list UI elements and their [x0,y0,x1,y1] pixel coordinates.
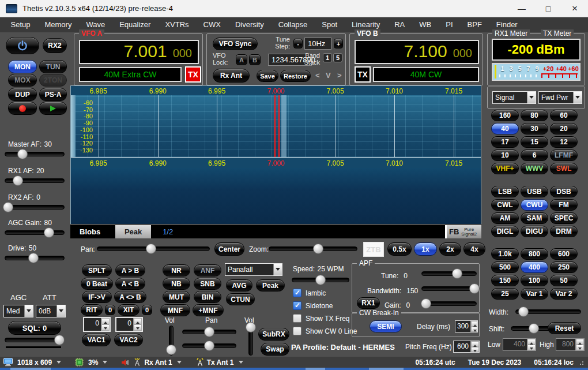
filter-250-button[interactable]: 250 [550,261,578,273]
ps-a-button[interactable]: PS-A [39,88,67,101]
menu-diversity[interactable]: Diversity [228,17,271,32]
tx-meter-arrow-icon[interactable] [573,92,582,103]
spectrum-plot[interactable]: -60 -70 -80 -90 -100 -110 -120 -130 [71,95,481,158]
rx1-vol-slider[interactable] [166,326,176,356]
filter-500-button[interactable]: 500 [491,261,519,273]
vac1-button[interactable]: VAC1 [82,334,111,346]
nb-button[interactable]: NB [163,278,190,290]
pan-slider[interactable] [97,244,210,254]
shift-reset-button[interactable]: Reset [548,322,581,334]
iambic-checkbox[interactable] [293,289,301,297]
sub-pan-slider[interactable] [182,341,236,351]
master-af-slider[interactable] [5,149,65,159]
nav-v-button[interactable]: V [326,71,331,80]
pitch-freq-spinner[interactable]: 600 [453,341,480,353]
rx1-pan-slider[interactable] [182,327,236,337]
mon-button[interactable]: MON [8,60,37,73]
xit-button[interactable]: XIT [118,304,140,316]
sub-pan-knob[interactable] [204,341,214,351]
drive-knob[interactable] [28,253,39,263]
two-tone-button[interactable]: 2TON [39,74,67,87]
apf-gain-slider[interactable] [421,298,477,309]
menu-pi[interactable]: PI [439,17,460,32]
sidetone-checkbox[interactable] [293,301,301,310]
display-mode-arrow-icon[interactable] [273,264,282,275]
nav-left-button[interactable]: < [315,71,320,80]
resolution-dropdown-icon[interactable] [56,361,61,366]
cpu-dropdown-icon[interactable] [103,361,107,366]
apf-bandwidth-slider[interactable] [421,283,477,294]
swap-button[interactable]: Swap [261,343,289,356]
filter-high-spinner[interactable]: 800 [556,338,585,351]
pitch-up-icon[interactable] [471,341,479,347]
subrx-button[interactable]: SubRX [258,328,289,341]
apf-tune-slider[interactable] [421,268,477,279]
sql-knob[interactable] [54,335,65,345]
rit-up-icon[interactable] [101,318,110,324]
band-6-button[interactable]: 6 [521,150,548,161]
filter-1k-button[interactable]: 1.0k [491,248,519,260]
rit-down-icon[interactable] [101,324,110,331]
tun-button[interactable]: TUN [39,60,67,73]
high-down-icon[interactable] [576,345,584,350]
sub-vol-knob[interactable] [246,322,256,332]
rx-ant-button[interactable]: Rx Ant [213,69,250,83]
zoom-1x-button[interactable]: 1x [414,242,437,256]
mode-sam-button[interactable]: SAM [521,212,548,224]
filter-800-button[interactable]: 800 [521,248,548,260]
restore-button[interactable]: Restore [280,70,311,82]
page-indicator[interactable]: 1/2 [163,227,173,236]
vfo-a-tx-button[interactable]: TX [185,66,201,83]
rx1-pan-knob[interactable] [204,327,214,337]
iambic-checkbox-row[interactable]: Iambic [293,289,326,297]
menu-bpf[interactable]: BPF [460,17,489,32]
vac2-button[interactable]: VAC2 [114,334,143,346]
filter-400-button[interactable]: 400 [521,261,548,273]
zoom-slider[interactable] [269,244,357,254]
show-tx-freq-checkbox-row[interactable]: Show TX Freq [293,314,349,323]
nav-right-button[interactable]: > [337,71,342,80]
att-select[interactable]: 0dB [36,305,66,317]
mode-cwl-button[interactable]: CWL [491,199,519,211]
agc-select[interactable]: Med [3,305,33,317]
att-select-arrow-icon[interactable] [56,305,65,317]
vfo-b-frequency-display[interactable]: 7.100 000 [355,40,479,64]
menu-spot[interactable]: Spot [315,17,345,32]
filter-100-button[interactable]: 100 [521,275,548,286]
band-swl-button[interactable]: SWL [550,163,578,174]
rx-ant-dropdown-icon[interactable] [177,361,182,366]
shift-knob[interactable] [529,323,539,334]
delay-down-icon[interactable] [471,327,477,332]
pitch-down-icon[interactable] [471,347,479,353]
mode-spec-button[interactable]: SPEC [550,212,578,224]
vfo-sync-button[interactable]: VFO Sync [213,38,258,50]
tune-step-up-button[interactable]: + [334,39,343,48]
filter-150-button[interactable]: 150 [491,275,519,286]
band-lfmf-button[interactable]: LFMF [550,150,578,161]
cw-speed-knob[interactable] [315,275,326,285]
mode-digu-button[interactable]: DIGU [521,226,548,237]
save-button[interactable]: Save [257,70,278,82]
sql-button[interactable]: SQL:0 [8,321,61,335]
waterfall-display[interactable] [71,168,481,224]
snb-button[interactable]: SNB [194,278,221,290]
dup-button[interactable]: DUP [8,88,37,101]
ctun-button[interactable]: CTUN [226,293,255,305]
rx-meter-mode-select[interactable]: Signal [492,91,536,104]
rit-button[interactable]: RIT [81,304,103,316]
band-40-button[interactable]: 40 [491,123,519,134]
if-to-v-button[interactable]: IF->V [82,291,112,303]
vfo-b-tx-button[interactable]: TX [355,66,371,83]
menu-cwx[interactable]: CWX [196,17,228,32]
mode-usb-button[interactable]: USB [521,186,548,197]
spectrum-display[interactable]: 6.985 6.990 6.995 7.000 7.005 7.010 7.01… [70,85,481,224]
width-slider[interactable] [515,307,581,317]
apf-bandwidth-knob[interactable] [469,283,480,294]
rx2-af-slider[interactable] [5,202,65,212]
rx2-button[interactable]: RX2 [43,38,67,53]
peak-tab-button[interactable]: Peak [115,225,151,238]
b-to-a-button[interactable]: A < B [115,278,145,290]
cw-speed-slider[interactable] [292,275,349,285]
filter-600-button[interactable]: 600 [550,248,578,260]
xit-down-icon[interactable] [134,324,142,331]
